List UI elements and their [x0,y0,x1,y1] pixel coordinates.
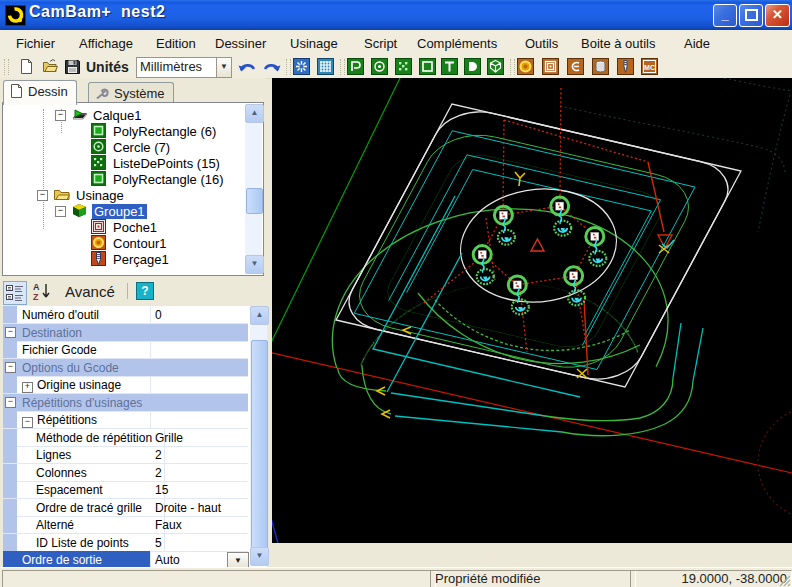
svg-text:Z: Z [33,292,39,302]
svg-text:MC: MC [644,64,655,71]
svg-text:A: A [33,282,40,292]
